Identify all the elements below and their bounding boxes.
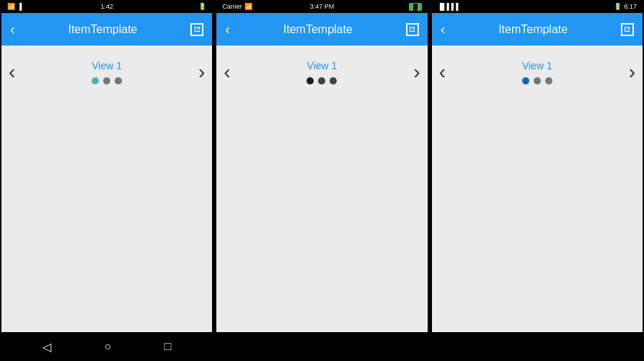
view-container-1: View 1 <box>92 60 122 84</box>
app-bar-2: ‹ ItemTemplate <box>216 13 427 45</box>
battery-icon-3: 🔋 <box>614 3 622 10</box>
content-3: ‹ View 1 › <box>432 45 643 332</box>
dot-1-2 <box>103 77 110 84</box>
dot-3-2 <box>534 77 541 84</box>
app-bar-3: ‹ ItemTemplate <box>432 13 643 45</box>
chevron-left-1[interactable]: ‹ <box>9 61 15 84</box>
app-bar-title-2: ItemTemplate <box>283 23 353 36</box>
dot-2-2 <box>318 77 325 84</box>
status-left-2: Carrier 📶 <box>222 3 252 10</box>
status-right-2: ▐▌ <box>409 3 421 11</box>
bottom-spacer-2 <box>216 332 427 361</box>
wifi-icon-2: 📶 <box>244 3 252 10</box>
battery-icon-1: 🔋 <box>198 3 206 10</box>
view-label-3: View 1 <box>522 60 552 71</box>
view-label-2: View 1 <box>307 60 338 71</box>
dot-1-1 <box>92 77 99 84</box>
wifi-icon-1: ▐ <box>17 3 22 10</box>
app-bar-title-1: ItemTemplate <box>68 23 137 36</box>
app-bar-1: ‹ ItemTemplate <box>1 13 212 45</box>
back-button-1[interactable]: ‹ <box>10 21 15 38</box>
dots-3 <box>522 77 552 84</box>
signal-icon-1: 📶 <box>7 3 15 10</box>
status-right-3: 🔋 6:17 <box>614 3 637 10</box>
view-label-1: View 1 <box>92 60 122 71</box>
dot-1-3 <box>115 77 122 84</box>
content-2: ‹ View 1 › <box>216 45 427 332</box>
view-container-2: View 1 <box>306 60 337 84</box>
signal-bars-icon-3: ▐▌▌▌▌ <box>438 3 461 10</box>
external-link-icon-2[interactable] <box>406 23 419 36</box>
chevron-right-3[interactable]: › <box>629 61 635 84</box>
dot-2-3 <box>330 77 337 84</box>
content-1: ‹ View 1 › <box>1 45 212 332</box>
status-bar-3: ▐▌▌▌▌ 🔋 6:17 <box>432 0 643 13</box>
battery-icon-2: ▐▌ <box>409 3 421 11</box>
back-button-3[interactable]: ‹ <box>441 21 446 38</box>
carousel-2: ‹ View 1 › <box>216 60 427 84</box>
chevron-right-1[interactable]: › <box>198 61 205 84</box>
bottom-nav-1: ◁ ○ □ <box>1 332 212 361</box>
chevron-left-2[interactable]: ‹ <box>224 61 230 84</box>
status-bar-2: Carrier 📶 3:47 PM ▐▌ <box>216 0 427 13</box>
back-button-2[interactable]: ‹ <box>225 21 230 38</box>
phone-3: ▐▌▌▌▌ 🔋 6:17 ‹ ItemTemplate ‹ <box>431 0 644 361</box>
dot-3-3 <box>545 77 552 84</box>
dots-1 <box>92 77 122 84</box>
nav-recent-icon-1[interactable]: □ <box>164 340 172 353</box>
status-right-1: 🔋 <box>198 3 206 10</box>
dot-2-1 <box>306 77 314 84</box>
carousel-3: ‹ View 1 › <box>432 60 643 84</box>
app-bar-title-3: ItemTemplate <box>498 23 568 36</box>
status-bar-1: 📶 ▐ 1:42 🔋 <box>1 0 212 13</box>
bottom-spacer-3 <box>432 332 643 361</box>
phone-1: 📶 ▐ 1:42 🔋 ‹ ItemTemplate ‹ <box>0 0 213 361</box>
carousel-1: ‹ View 1 › <box>1 60 212 84</box>
time-text-3: 6:17 <box>624 3 637 10</box>
dot-3-1 <box>522 77 529 84</box>
status-left-3: ▐▌▌▌▌ <box>438 3 461 10</box>
nav-back-icon-1[interactable]: ◁ <box>43 340 51 354</box>
external-link-icon-1[interactable] <box>190 23 203 36</box>
external-link-icon-3[interactable] <box>621 23 634 36</box>
nav-home-icon-1[interactable]: ○ <box>104 340 111 353</box>
carrier-text-2: Carrier <box>222 3 242 10</box>
chevron-left-3[interactable]: ‹ <box>439 61 446 84</box>
chevron-right-2[interactable]: › <box>413 61 420 84</box>
phone-2: Carrier 📶 3:47 PM ▐▌ ‹ ItemTemplate ‹ <box>215 0 428 361</box>
status-time-2: 3:47 PM <box>310 3 335 10</box>
dots-2 <box>306 77 337 84</box>
view-container-3: View 1 <box>522 60 552 84</box>
status-time-1: 1:42 <box>100 3 113 10</box>
status-left-1: 📶 ▐ <box>7 3 22 10</box>
